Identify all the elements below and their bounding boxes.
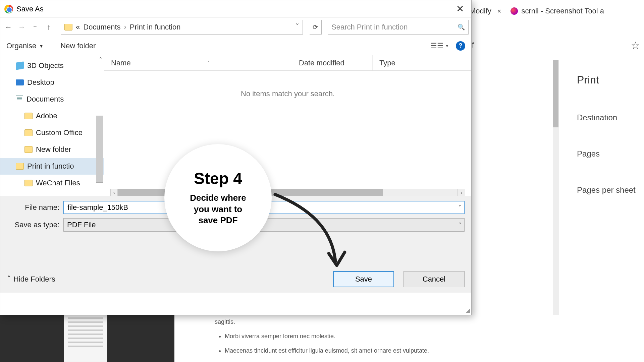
callout-line: you want to [190,204,246,215]
chevron-down-icon[interactable]: ˅ [296,23,299,32]
print-pages-per-sheet-label: Pages per sheet [577,185,644,195]
sort-indicator-icon: ˄ [208,60,210,66]
breadcrumb-current[interactable]: Print in function [130,23,181,32]
print-pages-label: Pages [577,149,644,159]
col-name[interactable]: Name˄ [104,55,292,70]
doc-line: Morbi viverra semper lorem nec molestie. [225,333,517,340]
save-button[interactable]: Save [333,271,394,287]
cancel-button[interactable]: Cancel [404,271,465,287]
hide-folders-toggle[interactable]: ˄ Hide Folders [7,275,55,284]
tab-label: scrnli - Screenshot Tool a [521,7,604,15]
organise-label: Organise [6,42,36,50]
back-button[interactable]: ← [3,22,14,33]
close-icon[interactable]: × [495,7,504,15]
chevron-right-icon: › [124,23,126,32]
help-icon[interactable]: ? [456,41,465,51]
column-headers: Name˄ Date modified Type [104,55,471,71]
folder-icon [24,146,33,153]
documents-icon [16,95,23,103]
forward-button[interactable]: → [16,22,27,33]
refresh-button[interactable]: ⟳ [310,20,322,35]
view-mode-button[interactable]: ☰☰ ▼ [430,42,449,50]
scroll-thumb[interactable] [553,60,558,127]
col-date[interactable]: Date modified [292,55,373,70]
chevron-down-icon[interactable]: ˅ [459,222,462,228]
toolbar: Organise ▼ New folder ☰☰ ▼ ? [0,37,471,55]
callout-line: Decide where [190,192,246,204]
chrome-icon [4,5,13,13]
dialog-footer: ˄ Hide Folders Save Cancel ◢ [0,266,471,293]
empty-message: No items match your search. [104,89,471,98]
search-icon: 🔍 [458,23,465,31]
col-type[interactable]: Type [373,55,433,70]
page-scrollbar[interactable] [553,60,559,355]
sidebar-label: Adobe [36,112,57,120]
folder-icon [24,180,33,186]
print-title: Print [577,74,644,86]
filename-label: File name: [7,203,59,212]
scroll-right-icon[interactable]: › [458,189,465,196]
scroll-up-icon[interactable]: ˄ [99,57,102,63]
savetype-value: PDF File [67,221,96,229]
sidebar-label: 3D Objects [27,61,64,70]
horizontal-scrollbar[interactable]: ‹ › [110,189,465,196]
organise-menu[interactable]: Organise ▼ [6,42,44,50]
sidebar-scrollbar[interactable] [96,116,103,183]
doc-line: sagittis. [215,318,517,325]
thumbnail-strip [0,315,174,362]
bookmark-star-icon[interactable]: ☆ [631,40,640,51]
resize-grip-icon[interactable]: ◢ [466,307,470,313]
sidebar-item-documents[interactable]: Documents [16,91,104,108]
document-preview: sagittis. Morbi viverra semper lorem nec… [0,315,604,362]
hide-folders-label: Hide Folders [13,275,55,284]
sidebar-item-adobe[interactable]: Adobe [16,108,104,124]
scrnli-icon [511,7,518,15]
sidebar-label: New folder [36,145,71,154]
savetype-label: Save as type: [7,221,59,229]
doc-line: Maecenas tincidunt est efficitur ligula … [225,347,517,354]
address-bar[interactable]: « Documents › Print in function ˅ [61,20,303,35]
search-placeholder: Search Print in function [331,23,408,32]
browser-tabs: Modify × scrnli - Screenshot Tool a [470,7,604,15]
close-icon[interactable]: ✕ [453,3,467,14]
sidebar-label: Custom Office [36,128,83,137]
nav-row: ← → ﹀ ↑ « Documents › Print in function … [0,18,471,37]
tab-label: Modify [470,7,491,15]
print-destination-label: Destination [577,113,644,122]
page-thumbnail[interactable] [64,308,107,362]
breadcrumb-documents[interactable]: Documents [83,23,120,32]
folder-tree: ˄ 3D Objects Desktop Documents Adobe Cus… [0,55,104,196]
folder-icon [16,163,24,170]
tab-scrnli[interactable]: scrnli - Screenshot Tool a [511,7,604,15]
callout-desc: Decide where you want to save PDF [180,192,256,226]
sidebar-label: Desktop [27,78,54,87]
scroll-left-icon[interactable]: ‹ [110,189,118,196]
breadcrumb-prefix: « [76,23,80,32]
sidebar-item-custom-office[interactable]: Custom Office [16,124,104,141]
dialog-title: Save As [16,5,44,13]
folder-icon [64,24,72,31]
sidebar-item-desktop[interactable]: Desktop [16,74,104,91]
chevron-up-icon: ˄ [7,275,11,284]
folder-icon [24,129,33,136]
tab-modify[interactable]: Modify × [470,7,504,15]
sidebar-item-new-folder[interactable]: New folder [16,141,104,158]
filename-value: file-sample_150kB [67,203,128,212]
up-button[interactable]: ↑ [43,22,54,33]
desktop-icon [16,79,24,85]
chevron-down-icon[interactable]: ˅ [459,204,461,211]
search-input[interactable]: Search Print in function 🔍 [328,20,469,35]
new-folder-button[interactable]: New folder [60,42,96,50]
sidebar-label: Print in functio [27,162,74,171]
callout-line: save PDF [190,215,246,226]
list-icon: ☰☰ [430,42,444,50]
callout-step: Step 4 [194,169,242,188]
sidebar-item-3d-objects[interactable]: 3D Objects [16,57,104,74]
3d-objects-icon [16,61,24,70]
sidebar-item-print-in-function[interactable]: Print in functio [0,158,104,175]
recent-dropdown[interactable]: ﹀ [30,22,41,33]
folder-icon [24,113,33,119]
sidebar-label: WeChat Files [36,179,80,187]
sidebar-item-wechat-files[interactable]: WeChat Files˅ [16,175,104,191]
file-list: Name˄ Date modified Type No items match … [104,55,471,196]
